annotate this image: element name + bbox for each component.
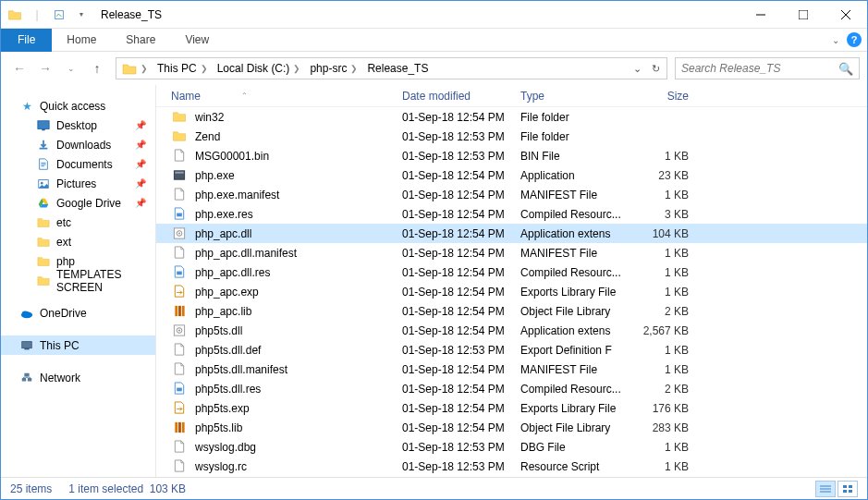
file-row[interactable]: php5ts.dll.manifest01-Sep-18 12:54 PMMAN… [156,360,867,379]
tab-view[interactable]: View [170,29,224,52]
file-row[interactable]: php.exe.res01-Sep-18 12:54 PMCompiled Re… [156,204,867,224]
column-date[interactable]: Date modified [397,90,515,103]
sidebar-item-label: Downloads [56,139,111,152]
file-tab[interactable]: File [1,29,52,52]
search-input[interactable] [681,62,838,75]
file-row[interactable]: php5ts.exp01-Sep-18 12:54 PMExports Libr… [156,398,867,418]
file-row[interactable]: php.exe01-Sep-18 12:54 PMApplication23 K… [156,165,867,185]
column-name[interactable]: Name⌃ [165,90,397,103]
file-date: 01-Sep-18 12:54 PM [397,305,515,318]
search-box[interactable]: 🔍 [675,57,860,79]
svg-rect-29 [849,485,852,488]
tab-share[interactable]: Share [111,29,170,52]
file-row[interactable]: php5ts.dll.def01-Sep-18 12:53 PMExport D… [156,340,867,360]
file-icon [171,245,188,262]
sidebar-item-label: Documents [56,158,113,171]
address-dropdown-icon[interactable]: ⌄ [628,58,646,79]
sidebar-item[interactable]: Desktop📌 [1,116,155,135]
res-icon [171,206,188,223]
file-row[interactable]: php5ts.lib01-Sep-18 12:54 PMObject File … [156,418,867,437]
file-date: 01-Sep-18 12:54 PM [397,266,515,279]
up-button[interactable]: ↑ [86,57,108,79]
details-view-button[interactable] [815,481,836,497]
file-row[interactable]: Zend01-Sep-18 12:53 PMFile folder [156,127,867,146]
sidebar-item[interactable]: etc [1,213,155,232]
sidebar-item[interactable]: Downloads📌 [1,135,155,154]
file-size: 1 KB [630,344,694,357]
address-bar[interactable]: ❯ This PC❯ Local Disk (C:)❯ php-src❯ Rel… [116,57,667,79]
lib-icon [171,303,188,320]
refresh-button[interactable]: ↻ [646,58,665,79]
file-type: Resource Script [515,460,630,473]
folder-icon [171,128,188,145]
file-name: php5ts.dll.res [195,383,261,396]
file-row[interactable]: MSG00001.bin01-Sep-18 12:53 PMBIN File1 … [156,146,867,165]
forward-button[interactable]: → [34,57,56,79]
file-date: 01-Sep-18 12:54 PM [397,421,515,434]
qat-properties-icon[interactable] [49,5,69,25]
sidebar-item[interactable]: Google Drive📌 [1,193,155,213]
folder-icon [36,274,51,287]
sidebar-item-label: TEMPLATES SCREEN [56,268,155,294]
file-type: DBG File [515,441,630,454]
qat-separator: | [27,5,47,25]
file-row[interactable]: php_apc.dll.manifest01-Sep-18 12:54 PMMA… [156,243,867,262]
file-name: php5ts.exp [195,402,250,415]
tab-home[interactable]: Home [52,29,111,52]
quick-access-header[interactable]: ★Quick access [1,96,155,116]
network-item[interactable]: Network [1,368,155,387]
breadcrumb-releasets[interactable]: Release_TS [363,58,432,79]
file-icon [171,187,188,203]
onedrive-item[interactable]: OneDrive [1,303,155,323]
maximize-button[interactable] [782,1,825,29]
column-size[interactable]: Size [630,90,694,103]
large-icons-view-button[interactable] [837,481,858,497]
file-type: Compiled Resourc... [515,383,630,396]
documents-icon [36,158,51,171]
breadcrumb-thispc[interactable]: This PC❯ [153,58,214,79]
column-type[interactable]: Type [515,90,630,103]
help-icon[interactable]: ? [847,32,862,47]
close-button[interactable] [825,1,867,29]
file-date: 01-Sep-18 12:54 PM [397,286,515,299]
pin-icon: 📌 [135,178,146,189]
file-row[interactable]: php_apc.dll.res01-Sep-18 12:54 PMCompile… [156,262,867,282]
file-size: 1 KB [630,460,694,473]
file-row[interactable]: php_apc.exp01-Sep-18 12:54 PMExports Lib… [156,282,867,301]
thispc-item[interactable]: This PC [1,335,155,355]
breadcrumb-root-icon[interactable]: ❯ [118,58,153,79]
title-bar: | ▾ Release_TS [1,1,867,29]
file-row[interactable]: wsyslog.rc01-Sep-18 12:53 PMResource Scr… [156,457,867,476]
file-row[interactable]: php5ts.dll.res01-Sep-18 12:54 PMCompiled… [156,379,867,398]
file-row[interactable]: win3201-Sep-18 12:54 PMFile folder [156,107,867,127]
expand-ribbon-icon[interactable]: ⌄ [832,35,839,45]
qat-dropdown-icon[interactable]: ▾ [71,5,92,25]
file-size: 2 KB [630,305,694,318]
file-row[interactable]: php5ts.dll01-Sep-18 12:54 PMApplication … [156,321,867,340]
file-row[interactable]: wsyslog.dbg01-Sep-18 12:53 PMDBG File1 K… [156,437,867,457]
sidebar-item[interactable]: TEMPLATES SCREEN [1,271,155,290]
file-size: 283 KB [630,421,694,434]
minimize-button[interactable] [740,1,782,29]
file-row[interactable]: php_apc.lib01-Sep-18 12:54 PMObject File… [156,301,867,321]
file-date: 01-Sep-18 12:54 PM [397,169,515,182]
breadcrumb-phpsrc[interactable]: php-src❯ [306,58,363,79]
back-button[interactable]: ← [8,57,31,79]
app-folder-icon[interactable] [5,5,25,25]
file-name: MSG00001.bin [195,150,269,163]
folder-icon [171,109,188,126]
file-type: BIN File [515,150,630,163]
search-icon[interactable]: 🔍 [838,62,853,76]
file-type: Object File Library [515,421,630,434]
sidebar-item[interactable]: Pictures📌 [1,174,155,193]
file-size: 1 KB [630,189,694,201]
recent-dropdown-icon[interactable]: ⌄ [60,57,82,79]
file-type: File folder [515,111,630,124]
folder-icon [36,216,51,229]
sidebar-item[interactable]: ext [1,232,155,251]
file-row[interactable]: php_apc.dll01-Sep-18 12:54 PMApplication… [156,224,867,243]
file-type: MANIFEST File [515,363,630,376]
sidebar-item[interactable]: Documents📌 [1,154,155,174]
file-row[interactable]: php.exe.manifest01-Sep-18 12:54 PMMANIFE… [156,185,867,204]
breadcrumb-localdisk[interactable]: Local Disk (C:)❯ [214,58,307,79]
